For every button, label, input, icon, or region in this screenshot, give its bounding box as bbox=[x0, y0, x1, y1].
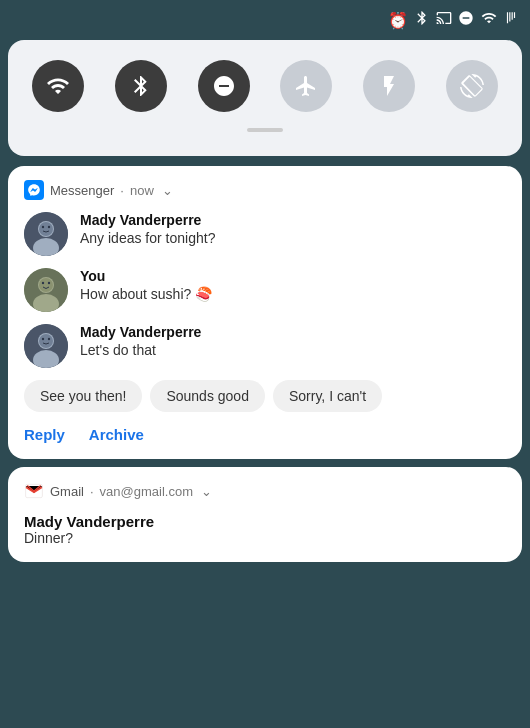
msg-sender-mady-2: Mady Vanderperre bbox=[80, 324, 506, 340]
gmail-notification: Gmail · van@gmail.com ⌄ Mady Vanderperre… bbox=[8, 467, 522, 562]
bluetooth-status-icon bbox=[414, 10, 430, 30]
gmail-account: van@gmail.com bbox=[100, 484, 193, 499]
gmail-sender: Mady Vanderperre bbox=[24, 513, 506, 530]
svg-point-5 bbox=[48, 226, 50, 228]
drag-handle[interactable] bbox=[247, 128, 283, 132]
airplane-toggle[interactable] bbox=[280, 60, 332, 112]
gmail-app-name: Gmail bbox=[50, 484, 84, 499]
cast-icon bbox=[436, 10, 452, 30]
svg-point-9 bbox=[39, 278, 53, 292]
svg-point-15 bbox=[39, 334, 53, 348]
wifi-toggle[interactable] bbox=[32, 60, 84, 112]
dnd-status-icon bbox=[458, 10, 474, 30]
notif-header-gmail: Gmail · van@gmail.com ⌄ bbox=[24, 481, 506, 501]
messenger-notification: Messenger · now ⌄ Mady Vanderpe bbox=[8, 166, 522, 459]
svg-point-3 bbox=[39, 222, 53, 236]
svg-point-11 bbox=[48, 282, 50, 284]
msg-content-mady-1: Mady Vanderperre Any ideas for tonight? bbox=[80, 212, 506, 246]
status-bar: ⏰ bbox=[0, 0, 530, 40]
msg-sender-mady-1: Mady Vanderperre bbox=[80, 212, 506, 228]
msg-content-mady-2: Mady Vanderperre Let's do that bbox=[80, 324, 506, 358]
messenger-timestamp: now bbox=[130, 183, 154, 198]
quick-replies: See you then! Sounds good Sorry, I can't bbox=[24, 380, 506, 412]
message-row-mady-2: Mady Vanderperre Let's do that bbox=[24, 324, 506, 368]
notifications-area: Messenger · now ⌄ Mady Vanderpe bbox=[8, 166, 522, 562]
avatar-mady-2 bbox=[24, 324, 68, 368]
quick-icons-row bbox=[32, 60, 498, 112]
gmail-separator: · bbox=[90, 484, 94, 499]
messenger-app-icon bbox=[24, 180, 44, 200]
msg-text-mady-2: Let's do that bbox=[80, 342, 506, 358]
gmail-subject: Dinner? bbox=[24, 530, 506, 546]
quick-reply-sorry[interactable]: Sorry, I can't bbox=[273, 380, 382, 412]
msg-text-you: How about sushi? 🍣 bbox=[80, 286, 506, 302]
bluetooth-toggle[interactable] bbox=[115, 60, 167, 112]
rotate-toggle[interactable] bbox=[446, 60, 498, 112]
quick-reply-sounds-good[interactable]: Sounds good bbox=[150, 380, 265, 412]
avatar-mady bbox=[24, 212, 68, 256]
dnd-toggle[interactable] bbox=[198, 60, 250, 112]
avatar-you bbox=[24, 268, 68, 312]
messenger-app-name: Messenger bbox=[50, 183, 114, 198]
alarm-icon: ⏰ bbox=[388, 11, 408, 30]
archive-button[interactable]: Archive bbox=[89, 426, 144, 443]
gmail-app-icon bbox=[24, 481, 44, 501]
messenger-time: · bbox=[120, 183, 124, 198]
notif-header-messenger: Messenger · now ⌄ bbox=[24, 180, 506, 200]
message-row-mady-1: Mady Vanderperre Any ideas for tonight? bbox=[24, 212, 506, 256]
svg-point-16 bbox=[42, 338, 44, 340]
signal-icon bbox=[504, 10, 518, 30]
svg-point-10 bbox=[42, 282, 44, 284]
msg-text-mady-1: Any ideas for tonight? bbox=[80, 230, 506, 246]
wifi-status-icon bbox=[480, 10, 498, 30]
gmail-expand-icon[interactable]: ⌄ bbox=[201, 484, 212, 499]
msg-sender-you: You bbox=[80, 268, 506, 284]
svg-point-17 bbox=[48, 338, 50, 340]
quick-reply-see-you[interactable]: See you then! bbox=[24, 380, 142, 412]
notif-actions-messenger: Reply Archive bbox=[24, 426, 506, 443]
quick-settings-panel bbox=[8, 40, 522, 156]
svg-point-4 bbox=[42, 226, 44, 228]
expand-icon[interactable]: ⌄ bbox=[162, 183, 173, 198]
flashlight-toggle[interactable] bbox=[363, 60, 415, 112]
message-row-you: You How about sushi? 🍣 bbox=[24, 268, 506, 312]
msg-content-you: You How about sushi? 🍣 bbox=[80, 268, 506, 302]
reply-button[interactable]: Reply bbox=[24, 426, 65, 443]
